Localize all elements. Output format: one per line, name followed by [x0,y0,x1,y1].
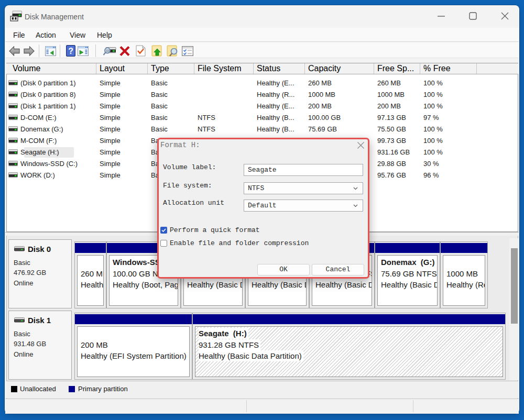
svg-text:?: ? [68,47,73,56]
